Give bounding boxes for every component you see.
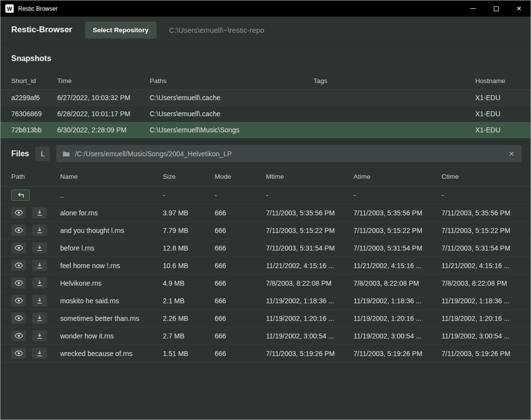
eye-icon bbox=[15, 245, 23, 251]
column-header-paths: Paths bbox=[150, 77, 313, 84]
file-name: moskito he said.rns bbox=[60, 297, 163, 305]
download-icon bbox=[36, 210, 43, 216]
eye-icon bbox=[15, 210, 23, 216]
close-button[interactable]: ✕ bbox=[508, 0, 531, 17]
return-arrow-icon bbox=[17, 192, 24, 198]
download-icon bbox=[36, 297, 43, 304]
header: Restic-Browser Select Repository C:\User… bbox=[0, 17, 531, 43]
preview-file-button[interactable] bbox=[11, 313, 26, 324]
app-title: Restic-Browser bbox=[11, 25, 72, 35]
go-up-button[interactable] bbox=[11, 189, 30, 201]
file-mtime: 11/21/2002, 4:15:16 ... bbox=[266, 262, 354, 270]
preview-file-button[interactable] bbox=[11, 330, 26, 341]
download-file-button[interactable] bbox=[32, 313, 47, 324]
snapshot-short-id: 76306869 bbox=[11, 110, 57, 118]
column-header-atime: Atime bbox=[354, 173, 442, 180]
file-size: 4.9 MB bbox=[163, 279, 215, 287]
files-bar: Files L /C:/Users/emuell/Music/Songs/200… bbox=[0, 140, 531, 167]
preview-file-button[interactable] bbox=[11, 242, 26, 253]
download-file-button[interactable] bbox=[32, 242, 47, 253]
file-mtime: 7/11/2003, 5:19:26 PM bbox=[266, 350, 354, 357]
files-table-header: Path Name Size Mode Mtime Atime Ctime bbox=[0, 167, 531, 187]
file-mode: 666 bbox=[215, 315, 266, 322]
minimize-button[interactable] bbox=[462, 0, 485, 17]
file-row: wonder how it.rns 2.7 MB 666 11/19/2002,… bbox=[0, 327, 531, 345]
snapshots-table-header: Short_id Time Paths Tags Hostname bbox=[0, 72, 531, 90]
file-name: wonder how it.rns bbox=[60, 332, 163, 340]
clear-path-button[interactable]: ✕ bbox=[508, 150, 515, 158]
file-size: 3.97 MB bbox=[163, 209, 215, 217]
folder-icon bbox=[63, 150, 70, 157]
download-file-button[interactable] bbox=[32, 295, 47, 306]
download-file-button[interactable] bbox=[32, 348, 47, 359]
file-mtime: 11/19/2002, 1:18:36 ... bbox=[266, 297, 354, 305]
file-mode: - bbox=[215, 191, 266, 199]
download-file-button[interactable] bbox=[32, 277, 47, 289]
eye-icon bbox=[15, 280, 23, 286]
snapshot-hostname: X1-EDU bbox=[475, 110, 520, 118]
preview-file-button[interactable] bbox=[11, 348, 26, 359]
file-atime: - bbox=[354, 191, 442, 199]
file-ctime: 7/8/2003, 8:22:08 PM bbox=[442, 279, 520, 287]
download-icon bbox=[36, 333, 43, 339]
snapshot-time: 6/28/2022, 10:01:17 PM bbox=[57, 110, 150, 118]
repo-path-field[interactable]: C:\Users\emuell\~\restic-repo bbox=[169, 26, 265, 34]
file-ctime: 11/21/2002, 4:15:16 ... bbox=[442, 262, 520, 270]
file-size: 10.6 MB bbox=[163, 262, 215, 270]
file-atime: 11/21/2002, 4:15:16 ... bbox=[354, 262, 442, 270]
close-icon: ✕ bbox=[509, 150, 514, 158]
file-ctime: 11/19/2002, 3:00:54 ... bbox=[442, 332, 520, 340]
file-row: and you thought l.rns 7.79 MB 666 7/11/2… bbox=[0, 222, 531, 239]
download-file-button[interactable] bbox=[32, 207, 47, 218]
file-mtime: 7/11/2003, 5:31:54 PM bbox=[266, 244, 354, 252]
snapshots-table: a2299af6 6/27/2022, 10:03:32 PM C:\Users… bbox=[0, 90, 531, 138]
column-header-ctime: Ctime bbox=[442, 173, 520, 180]
download-file-button[interactable] bbox=[32, 225, 47, 236]
file-size: 2.7 MB bbox=[163, 332, 215, 340]
file-mtime: - bbox=[266, 191, 354, 199]
file-atime: 7/8/2003, 8:22:08 PM bbox=[354, 279, 442, 287]
column-header-size: Size bbox=[163, 173, 215, 180]
file-mode: 666 bbox=[215, 262, 266, 270]
file-name: sometimes better than.rns bbox=[60, 315, 163, 322]
preview-file-button[interactable] bbox=[11, 207, 26, 218]
file-size: 12.8 MB bbox=[163, 244, 215, 252]
preview-file-button[interactable] bbox=[11, 225, 26, 236]
preview-file-button[interactable] bbox=[11, 277, 26, 289]
snapshot-row[interactable]: a2299af6 6/27/2022, 10:03:32 PM C:\Users… bbox=[0, 90, 531, 106]
file-size: - bbox=[163, 191, 215, 199]
download-icon bbox=[36, 245, 43, 252]
list-mode-button[interactable]: L bbox=[35, 147, 50, 161]
file-mtime: 7/11/2003, 5:35:56 PM bbox=[266, 209, 354, 217]
preview-file-button[interactable] bbox=[11, 295, 26, 306]
titlebar: W Restic Browser ✕ bbox=[0, 0, 531, 17]
snapshot-row[interactable]: 76306869 6/28/2022, 10:01:17 PM C:\Users… bbox=[0, 106, 531, 122]
file-size: 1.51 MB bbox=[163, 350, 215, 357]
download-file-button[interactable] bbox=[32, 330, 47, 341]
file-mode: 666 bbox=[215, 350, 266, 357]
preview-file-button[interactable] bbox=[11, 260, 26, 271]
window-title: Restic Browser bbox=[18, 5, 58, 12]
file-mtime: 11/19/2002, 3:00:54 ... bbox=[266, 332, 354, 340]
file-atime: 11/19/2002, 3:00:54 ... bbox=[354, 332, 442, 340]
column-header-tags: Tags bbox=[313, 77, 475, 84]
snapshot-row-selected[interactable]: 72b813bb 6/30/2022, 2:28:09 PM C:\Users\… bbox=[0, 122, 531, 138]
snapshot-paths: C:\Users\emuell\Music\Songs bbox=[150, 126, 313, 134]
file-mode: 666 bbox=[215, 209, 266, 217]
file-ctime: 7/11/2003, 5:19:26 PM bbox=[442, 350, 520, 357]
eye-icon bbox=[15, 350, 23, 357]
snapshot-time: 6/30/2022, 2:28:09 PM bbox=[57, 126, 150, 134]
file-name: wrecked because of.rns bbox=[60, 350, 163, 357]
file-mode: 666 bbox=[215, 297, 266, 305]
snapshot-hostname: X1-EDU bbox=[475, 126, 520, 134]
column-header-mtime: Mtime bbox=[266, 173, 354, 180]
file-row: moskito he said.rns 2.1 MB 666 11/19/200… bbox=[0, 292, 531, 310]
snapshot-paths: C:\Users\emuell\.cache bbox=[150, 110, 313, 118]
download-file-button[interactable] bbox=[32, 260, 47, 271]
select-repository-button[interactable]: Select Repository bbox=[85, 21, 156, 39]
file-row: wrecked because of.rns 1.51 MB 666 7/11/… bbox=[0, 345, 531, 362]
file-size: 2.26 MB bbox=[163, 315, 215, 322]
maximize-button[interactable] bbox=[485, 0, 508, 17]
file-row: alone for.rns 3.97 MB 666 7/11/2003, 5:3… bbox=[0, 204, 531, 222]
file-name: Helvikone.rns bbox=[60, 279, 163, 287]
